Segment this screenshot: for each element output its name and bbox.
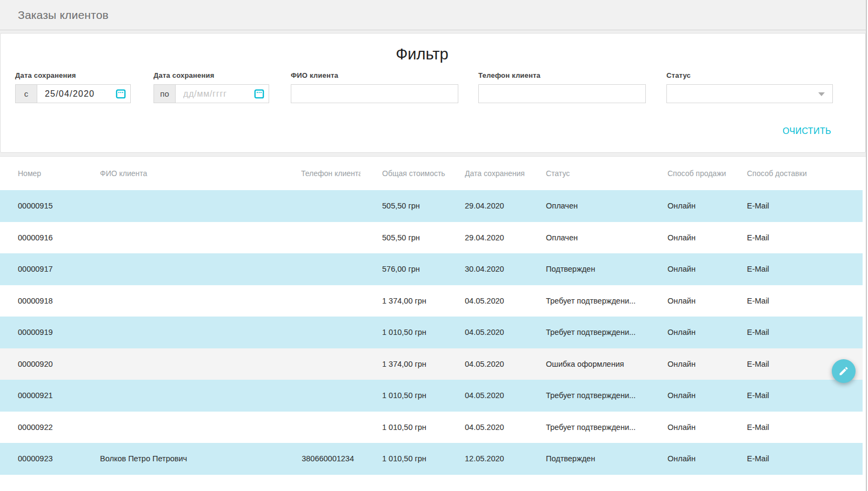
cell-status: Оплачен	[546, 201, 667, 210]
date-from-input[interactable]	[37, 85, 111, 103]
client-name-input[interactable]	[291, 84, 458, 103]
cell-number: 00000919	[18, 328, 100, 337]
client-name-label: ФИО клиента	[291, 71, 458, 79]
cell-delivery: E-Mail	[747, 233, 863, 242]
table-row[interactable]: 000009181 374,00 грн04.05.2020Требует по…	[0, 285, 863, 317]
client-name-group: ФИО клиента	[291, 71, 458, 103]
cell-date: 04.05.2020	[465, 360, 546, 368]
column-header-delivery: Способ доставки	[747, 169, 863, 178]
cell-total: 1 010,50 грн	[360, 423, 465, 432]
cell-date: 04.05.2020	[465, 297, 546, 305]
date-from-group: Дата сохранения с	[15, 71, 131, 103]
cell-total: 1 374,00 грн	[360, 360, 465, 368]
cell-date: 12.05.2020	[465, 454, 546, 463]
client-phone-label: Телефон клиента	[478, 71, 646, 79]
cell-number: 00000923	[18, 454, 100, 463]
table-row[interactable]: 00000917576,00 грн30.04.2020ПодтвержденО…	[0, 253, 863, 285]
table-row[interactable]: 000009221 010,50 грн04.05.2020Требует по…	[0, 412, 863, 443]
cell-date: 04.05.2020	[465, 423, 546, 432]
column-header-phone: Телефон клиента	[301, 169, 360, 178]
date-from-label: Дата сохранения	[15, 71, 131, 79]
cell-date: 29.04.2020	[465, 233, 546, 242]
cell-status: Ошибка оформления	[546, 360, 667, 368]
cell-total: 1 010,50 грн	[360, 328, 465, 337]
date-from-field: с	[15, 84, 131, 103]
cell-date: 04.05.2020	[465, 328, 546, 337]
status-select[interactable]	[666, 84, 833, 103]
clear-filter-button[interactable]: ОЧИСТИТЬ	[783, 126, 831, 136]
date-to-calendar-button[interactable]	[249, 85, 269, 103]
cell-delivery: E-Mail	[747, 297, 863, 305]
column-header-status: Статус	[546, 169, 667, 178]
cell-sale: Онлайн	[667, 360, 747, 368]
cell-delivery: E-Mail	[747, 265, 863, 273]
date-from-calendar-button[interactable]	[111, 85, 130, 103]
client-phone-input[interactable]	[478, 84, 646, 103]
cell-delivery: E-Mail	[747, 454, 863, 463]
cell-status: Требует подтверждени...	[546, 297, 667, 305]
cell-number: 00000921	[18, 391, 100, 400]
cell-date: 29.04.2020	[465, 201, 546, 210]
cell-sale: Онлайн	[667, 454, 747, 463]
calendar-icon	[253, 88, 265, 99]
cell-sale: Онлайн	[667, 233, 747, 242]
page-title: Заказы клиентов	[18, 9, 109, 22]
cell-status: Требует подтверждени...	[546, 423, 667, 432]
cell-date: 30.04.2020	[465, 265, 546, 273]
cell-sale: Онлайн	[667, 423, 747, 432]
orders-table: НомерФИО клиентаТелефон клиентаОбщая сто…	[0, 156, 866, 491]
pencil-icon	[838, 366, 849, 376]
table-row[interactable]: 00000923Волков Петро Петрович38066000123…	[0, 443, 863, 475]
date-to-group: Дата сохранения по	[153, 71, 269, 103]
cell-delivery: E-Mail	[747, 423, 863, 432]
cell-number: 00000915	[18, 201, 100, 210]
table-row[interactable]: 00000915505,50 грн29.04.2020ОплаченОнлай…	[0, 190, 863, 222]
cell-delivery: E-Mail	[747, 328, 863, 337]
table-row[interactable]: 000009191 010,50 грн04.05.2020Требует по…	[0, 317, 863, 348]
cell-delivery: E-Mail	[747, 201, 863, 210]
cell-name: Волков Петро Петрович	[100, 454, 301, 463]
filter-title: Фильтр	[1, 45, 844, 63]
date-to-label: Дата сохранения	[153, 71, 269, 79]
column-header-sale: Способ продажи	[667, 169, 747, 178]
cell-status: Требует подтверждени...	[546, 391, 667, 400]
table-row[interactable]: 000009201 374,00 грн04.05.2020Ошибка офо…	[0, 348, 863, 380]
cell-status: Подтвержден	[546, 265, 667, 273]
date-from-prefix: с	[16, 85, 37, 103]
table-row[interactable]: 000009211 010,50 грн04.05.2020Требует по…	[0, 380, 863, 412]
cell-number: 00000916	[18, 233, 100, 242]
cell-sale: Онлайн	[667, 391, 747, 400]
cell-phone: 380660001234	[301, 454, 360, 463]
cell-sale: Онлайн	[667, 328, 747, 337]
edit-order-button[interactable]	[832, 359, 856, 383]
status-label: Статус	[666, 71, 833, 79]
column-header-number: Номер	[18, 169, 100, 178]
table-body: 00000915505,50 грн29.04.2020ОплаченОнлай…	[0, 190, 863, 475]
cell-number: 00000920	[18, 360, 100, 368]
chevron-down-icon	[818, 92, 825, 96]
column-header-date: Дата сохранения	[465, 169, 546, 178]
date-to-input[interactable]	[176, 85, 249, 103]
cell-sale: Онлайн	[667, 265, 747, 273]
cell-status: Требует подтверждени...	[546, 328, 667, 337]
cell-total: 505,50 грн	[360, 233, 465, 242]
cell-number: 00000922	[18, 423, 100, 432]
cell-delivery: E-Mail	[747, 391, 863, 400]
table-row[interactable]: 00000916505,50 грн29.04.2020ОплаченОнлай…	[0, 222, 863, 254]
cell-total: 1 010,50 грн	[360, 454, 465, 463]
cell-number: 00000917	[18, 265, 100, 273]
page: Заказы клиентов Фильтр Дата сохранения с	[0, 0, 867, 491]
cell-status: Подтвержден	[546, 454, 667, 463]
date-to-prefix: по	[154, 85, 176, 103]
cell-sale: Онлайн	[667, 297, 747, 305]
cell-status: Оплачен	[546, 233, 667, 242]
column-header-total: Общая стоимость	[360, 169, 465, 178]
date-to-field: по	[153, 84, 269, 103]
cell-date: 04.05.2020	[465, 391, 546, 400]
cell-sale: Онлайн	[667, 201, 747, 210]
client-phone-group: Телефон клиента	[478, 71, 646, 103]
cell-total: 505,50 грн	[360, 201, 465, 210]
cell-total: 1 374,00 грн	[360, 297, 465, 305]
topbar: Заказы клиентов	[0, 0, 866, 30]
cell-number: 00000918	[18, 297, 100, 305]
